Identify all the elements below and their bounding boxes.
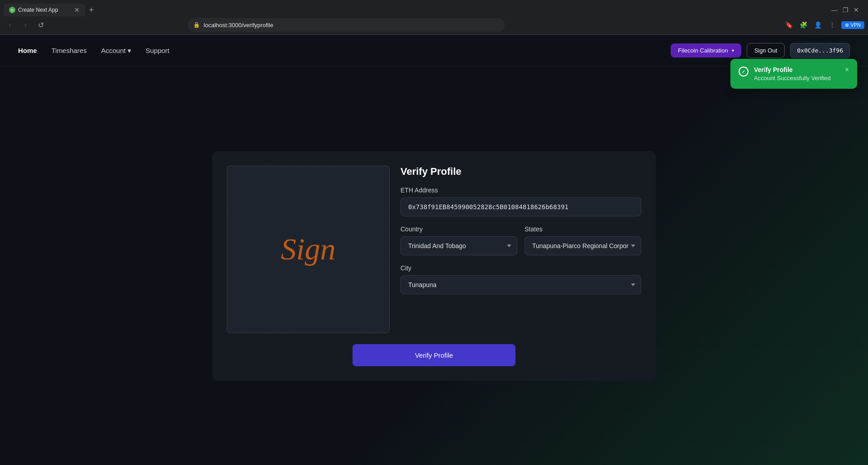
form-title: Verify Profile: [401, 166, 641, 177]
browser-actions: 🔖 🧩 👤 ⋮ ⊕ VPN: [783, 19, 864, 30]
back-button[interactable]: ‹: [4, 19, 16, 31]
forward-button[interactable]: ›: [19, 19, 32, 31]
lock-icon: 🔒: [193, 22, 200, 28]
toast-success-icon: ✓: [739, 67, 749, 77]
network-label: Filecoin Calibration: [678, 47, 728, 54]
eth-address-input[interactable]: [401, 197, 641, 216]
eth-label: ETH Address: [401, 187, 641, 194]
states-group: States Tunapuna-Piarco Regional Corpor P…: [525, 225, 641, 255]
nav-home[interactable]: Home: [18, 47, 37, 54]
network-button[interactable]: Filecoin Calibration ▾: [671, 43, 741, 58]
form-panel: Verify Profile ETH Address Country Trini…: [401, 166, 641, 333]
signature-panel: Sign: [227, 166, 390, 333]
states-label: States: [525, 225, 641, 233]
app-container: ✓ Verify Profile Account Successfully Ve…: [0, 35, 868, 465]
sign-out-button[interactable]: Sign Out: [747, 43, 785, 58]
nav-links: Home Timeshares Account ▾ Support: [18, 47, 671, 55]
tab-favicon: N: [9, 7, 15, 13]
main-content: Sign Verify Profile ETH Address Country …: [0, 67, 868, 465]
toast-subtitle: Account Successfully Verified: [754, 75, 839, 81]
city-group: City Tunapuna Arima Chaguanas: [401, 264, 641, 294]
address-bar[interactable]: 🔒 localhost:3000/verifyprofile: [188, 18, 505, 32]
menu-icon[interactable]: ⋮: [827, 19, 838, 30]
city-select[interactable]: Tunapuna Arima Chaguanas: [401, 275, 641, 294]
country-select[interactable]: Trinidad And Tobago USA Canada UK: [401, 236, 517, 255]
window-close-button[interactable]: ✕: [852, 5, 861, 14]
nav-support[interactable]: Support: [146, 47, 170, 54]
vpn-badge[interactable]: ⊕ VPN: [841, 21, 864, 29]
card-top: Sign Verify Profile ETH Address Country …: [227, 166, 641, 333]
country-state-row: Country Trinidad And Tobago USA Canada U…: [401, 225, 641, 255]
country-group: Country Trinidad And Tobago USA Canada U…: [401, 225, 517, 255]
toast-content: Verify Profile Account Successfully Veri…: [754, 66, 839, 81]
extensions-icon[interactable]: 🧩: [798, 19, 809, 30]
states-select[interactable]: Tunapuna-Piarco Regional Corpor Port of …: [525, 236, 641, 255]
profile-icon[interactable]: 👤: [812, 19, 823, 30]
window-maximize-button[interactable]: ❐: [841, 5, 850, 14]
wallet-address-button[interactable]: 0x0Cde...3f96: [790, 43, 850, 58]
toast-notification: ✓ Verify Profile Account Successfully Ve…: [730, 59, 857, 89]
tab-close-button[interactable]: ✕: [74, 7, 80, 13]
button-row: Verify Profile: [227, 344, 641, 366]
window-controls: — ❐ ✕: [830, 5, 864, 14]
nav-account-chevron: ▾: [128, 47, 131, 55]
city-label: City: [401, 264, 641, 272]
url-text: localhost:3000/verifyprofile: [204, 22, 273, 29]
bookmark-icon[interactable]: 🔖: [783, 19, 794, 30]
active-tab[interactable]: N Create Next App ✕: [4, 4, 85, 16]
eth-address-group: ETH Address: [401, 187, 641, 216]
browser-chrome: N Create Next App ✕ + — ❐ ✕ ‹ › ↺ 🔒 loca…: [0, 0, 868, 35]
nav-account[interactable]: Account ▾: [101, 47, 131, 55]
nav-account-label: Account: [101, 47, 126, 54]
nav-right: Filecoin Calibration ▾ Sign Out 0x0Cde..…: [671, 43, 850, 58]
window-minimize-button[interactable]: —: [830, 5, 839, 14]
address-bar-row: ‹ › ↺ 🔒 localhost:3000/verifyprofile 🔖 🧩…: [0, 16, 868, 34]
nav-timeshares[interactable]: Timeshares: [52, 47, 87, 54]
tab-title: Create Next App: [18, 7, 72, 13]
network-chevron: ▾: [732, 48, 734, 53]
verify-profile-button[interactable]: Verify Profile: [353, 344, 515, 366]
refresh-button[interactable]: ↺: [34, 19, 47, 31]
sign-graphic: Sign: [281, 231, 336, 267]
country-label: Country: [401, 225, 517, 233]
tab-bar: N Create Next App ✕ + — ❐ ✕: [0, 0, 868, 16]
toast-close-button[interactable]: ×: [845, 66, 849, 73]
toast-title: Verify Profile: [754, 66, 839, 73]
page-card: Sign Verify Profile ETH Address Country …: [212, 151, 656, 381]
new-tab-button[interactable]: +: [85, 4, 98, 16]
